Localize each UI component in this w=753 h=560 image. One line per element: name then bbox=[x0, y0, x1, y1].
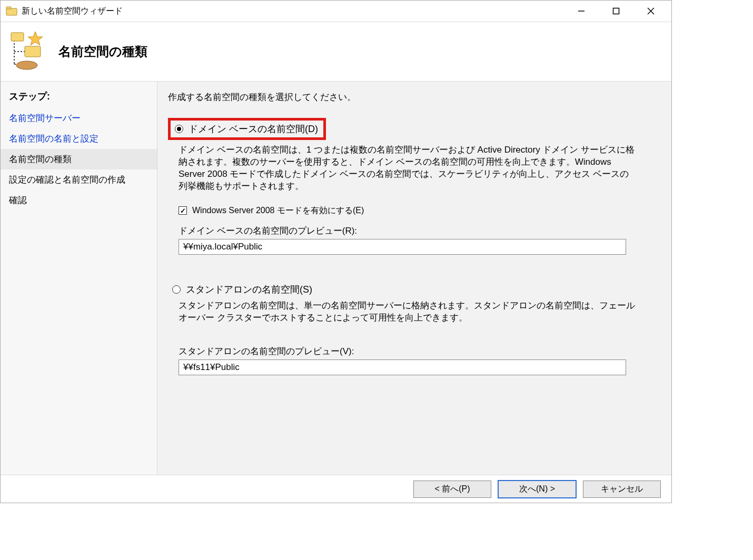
standalone-namespace-radio[interactable] bbox=[172, 285, 181, 294]
window-title: 新しい名前空間ウィザード bbox=[22, 6, 123, 17]
domain-namespace-description: ドメイン ベースの名前空間は、1 つまたは複数の名前空間サーバーおよび Acti… bbox=[179, 144, 637, 193]
standalone-preview-field[interactable]: ¥¥fs11¥Public bbox=[179, 359, 626, 375]
back-button[interactable]: < 前へ(P) bbox=[413, 481, 491, 498]
ws2008-mode-row: Windows Server 2008 モードを有効にする(E) bbox=[179, 205, 659, 216]
standalone-namespace-label[interactable]: スタンドアロンの名前空間(S) bbox=[186, 283, 312, 296]
footer: < 前へ(P) 次へ(N) > キャンセル bbox=[1, 475, 671, 503]
standalone-namespace-description: スタンドアロンの名前空間は、単一の名前空間サーバーに格納されます。スタンドアロン… bbox=[179, 300, 637, 324]
window-controls bbox=[564, 1, 668, 21]
cancel-button[interactable]: キャンセル bbox=[583, 481, 661, 498]
titlebar: 新しい名前空間ウィザード bbox=[1, 1, 671, 22]
minimize-button[interactable] bbox=[564, 1, 599, 21]
step-namespace-name-settings[interactable]: 名前空間の名前と設定 bbox=[1, 128, 157, 149]
intro-text: 作成する名前空間の種類を選択してください。 bbox=[168, 91, 659, 103]
step-namespace-type[interactable]: 名前空間の種類 bbox=[1, 149, 157, 169]
ws2008-mode-label[interactable]: Windows Server 2008 モードを有効にする(E) bbox=[192, 205, 364, 216]
wizard-icon bbox=[8, 31, 46, 73]
standalone-preview-label: スタンドアロンの名前空間のプレビュー(V): bbox=[179, 345, 659, 357]
domain-preview-field[interactable]: ¥¥miya.local¥Public bbox=[179, 239, 626, 255]
next-button[interactable]: 次へ(N) > bbox=[498, 480, 577, 498]
sidebar-heading: ステップ: bbox=[1, 88, 157, 108]
maximize-button[interactable] bbox=[599, 1, 633, 21]
ws2008-mode-checkbox[interactable] bbox=[179, 206, 187, 215]
svg-rect-11 bbox=[25, 46, 41, 57]
body: ステップ: 名前空間サーバー 名前空間の名前と設定 名前空間の種類 設定の確認と… bbox=[1, 82, 671, 475]
domain-preview-label: ドメイン ベースの名前空間のプレビュー(R): bbox=[179, 225, 659, 237]
svg-rect-0 bbox=[6, 8, 17, 15]
page-title: 名前空間の種類 bbox=[58, 43, 147, 60]
app-icon bbox=[6, 6, 17, 16]
svg-point-12 bbox=[16, 61, 37, 69]
domain-namespace-label[interactable]: ドメイン ベースの名前空間(D) bbox=[189, 123, 318, 135]
domain-namespace-option-highlight: ドメイン ベースの名前空間(D) bbox=[168, 118, 326, 140]
step-review-create[interactable]: 設定の確認と名前空間の作成 bbox=[1, 169, 157, 190]
titlebar-left: 新しい名前空間ウィザード bbox=[6, 6, 123, 17]
sidebar: ステップ: 名前空間サーバー 名前空間の名前と設定 名前空間の種類 設定の確認と… bbox=[1, 82, 157, 475]
wizard-window: 新しい名前空間ウィザード bbox=[0, 0, 672, 503]
step-confirmation[interactable]: 確認 bbox=[1, 190, 157, 211]
standalone-namespace-option: スタンドアロンの名前空間(S) bbox=[172, 283, 659, 296]
svg-rect-1 bbox=[6, 7, 11, 9]
content: 作成する名前空間の種類を選択してください。 ドメイン ベースの名前空間(D) ド… bbox=[157, 82, 671, 475]
svg-marker-10 bbox=[28, 32, 43, 45]
close-button[interactable] bbox=[633, 1, 668, 21]
svg-rect-9 bbox=[11, 33, 24, 41]
domain-namespace-radio[interactable] bbox=[175, 125, 183, 133]
step-namespace-server[interactable]: 名前空間サーバー bbox=[1, 108, 157, 128]
svg-rect-3 bbox=[613, 8, 619, 14]
header-band: 名前空間の種類 bbox=[1, 22, 671, 82]
